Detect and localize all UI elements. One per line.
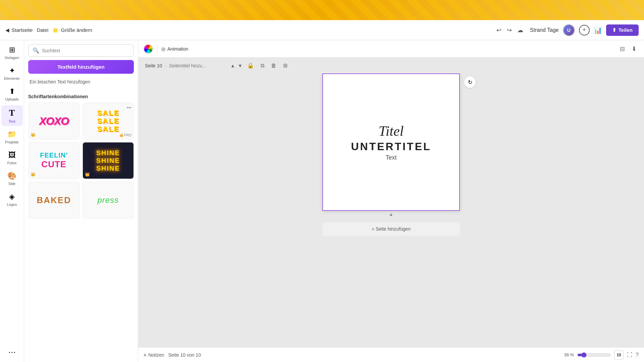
project-title: Strand Tage — [530, 27, 559, 33]
page-nav-up[interactable]: ▲ — [230, 63, 235, 68]
sidebar-label-uploads: Uploads — [5, 97, 18, 101]
page-duplicate-button[interactable]: ⧉ — [259, 61, 266, 70]
font-card-shine[interactable]: SHINE SHINE SHINE 👑 — [83, 142, 134, 179]
canvas-toolbar-right: ⊟ ⬇ — [618, 44, 639, 54]
sidebar-label-fotos: Fotos — [7, 161, 17, 165]
color-swatch[interactable] — [144, 44, 153, 54]
canvas-toolbar: ◎ Animation ⊟ ⬇ — [138, 40, 644, 58]
notes-button[interactable]: ≡ Notizen — [144, 352, 164, 358]
undo-button[interactable]: ↩ — [495, 25, 503, 35]
sidebar-item-text[interactable]: T Text — [1, 105, 23, 126]
sidebar-label-elemente: Elemente — [4, 76, 19, 80]
zoom-area: 38 % 10 ⛶ ? — [564, 350, 639, 360]
download-button[interactable]: ⬇ — [630, 44, 639, 54]
apps-icon: ⋯ — [8, 348, 16, 357]
sale-preview: SALE SALE SALE — [97, 109, 119, 133]
share-icon: ⬆ — [612, 27, 616, 33]
sidebar-item-apps[interactable]: ⋯ — [1, 345, 23, 359]
xoxo-preview: XOXO — [39, 115, 69, 127]
animation-icon: ◎ — [161, 46, 165, 52]
sidebar-item-elemente[interactable]: ✦ Elemente — [1, 64, 23, 83]
page-delete-button[interactable]: 🗑 — [269, 61, 278, 70]
header-center: ↩ ↪ ☁ — [495, 25, 525, 35]
logos-icon: ◈ — [9, 192, 15, 201]
page-nav-down[interactable]: ▼ — [238, 63, 243, 68]
fullscreen-button[interactable]: ⛶ — [627, 352, 632, 358]
resize-label: Größe ändern — [61, 27, 92, 33]
main-layout: ⊞ Vorlagen ✦ Elemente ⬆ Uploads T Text 📁… — [0, 40, 644, 362]
elements-icon: ✦ — [9, 66, 15, 75]
baked-preview: BAKED — [37, 195, 71, 205]
shine-download-icon: 👑 — [85, 172, 90, 177]
collapse-canvas-button[interactable]: ▲ — [384, 211, 398, 218]
font-card-sale[interactable]: ••• SALE SALE SALE 👑 PRO — [83, 103, 134, 139]
font-card-press[interactable]: press — [83, 182, 134, 219]
canvas-title: Titel — [379, 123, 404, 139]
header-right: Strand Tage U + 📊 ⬆ Teilen — [530, 24, 639, 36]
sidebar-item-projekte[interactable]: 📁 Projekte — [1, 127, 23, 147]
add-textfield-button[interactable]: Textfeld hinzufügen — [28, 60, 134, 74]
back-button[interactable]: ◀ Startseite — [5, 27, 33, 33]
page-number-label: Seite 10 — [145, 63, 162, 68]
sidebar-item-logos[interactable]: ◈ Logos — [1, 190, 23, 209]
font-card-feelin-cute[interactable]: FEELIN' CUTE 👑 — [28, 142, 80, 179]
share-button[interactable]: ⬆ Teilen — [606, 24, 639, 36]
sidebar-item-vorlagen[interactable]: ⊞ Vorlagen — [1, 43, 23, 62]
resize-button[interactable]: 🌟 Größe ändern — [52, 27, 92, 33]
feelin-download-icon: 👑 — [31, 172, 36, 177]
add-small-text-button[interactable]: Ein bisschen Text hinzufügen — [28, 76, 134, 87]
animation-label: Animation — [167, 46, 188, 52]
search-icon: 🔍 — [33, 47, 39, 54]
canvas-area: ◎ Animation ⊟ ⬇ Seite 10 - ▲ ▼ 🔒 ⧉ 🗑 ⊞ — [138, 40, 644, 362]
refresh-button[interactable]: ↻ — [464, 76, 476, 88]
help-button[interactable]: ? — [636, 352, 639, 358]
zoom-slider[interactable] — [577, 352, 611, 358]
share-label: Teilen — [619, 27, 633, 33]
sidebar-label-projekte: Projekte — [5, 140, 18, 144]
analytics-button[interactable]: 📊 — [594, 26, 602, 34]
sidebar-label-text: Text — [8, 119, 15, 123]
template-icon: ⊞ — [9, 46, 15, 54]
font-combinations-title: Schriftartenkombinationen — [28, 94, 134, 99]
canvas-subtitle: UNTERTITEL — [351, 140, 431, 153]
sidebar-item-stile[interactable]: 🎨 Stile — [1, 169, 23, 188]
cloud-save-button[interactable]: ☁ — [516, 25, 525, 35]
dash-separator: - — [165, 63, 166, 68]
cloud-icon: ☁ — [517, 27, 523, 34]
search-box: 🔍 — [28, 44, 134, 57]
avatar-image: U — [564, 25, 574, 36]
add-page-button[interactable]: + Seite hinzufügen — [322, 222, 460, 236]
filter-icon: ⊟ — [620, 46, 625, 52]
filter-button[interactable]: ⊟ — [618, 44, 627, 54]
canvas-text: Text — [385, 154, 396, 161]
sidebar-item-fotos[interactable]: 🖼 Fotos — [1, 148, 23, 168]
text-panel: 🔍 Textfeld hinzufügen Ein bisschen Text … — [24, 40, 138, 362]
notes-label: Notizen — [148, 352, 164, 358]
add-collaborator-button[interactable]: + — [579, 25, 590, 36]
uploads-icon: ⬆ — [9, 87, 15, 96]
avatar[interactable]: U — [563, 24, 575, 36]
font-card-baked[interactable]: BAKED — [28, 182, 80, 219]
text-icon: T — [9, 108, 15, 118]
text-panel-content: 🔍 Textfeld hinzufügen Ein bisschen Text … — [24, 40, 138, 362]
search-input[interactable] — [42, 48, 129, 53]
sidebar-label-vorlagen: Vorlagen — [5, 56, 19, 60]
styles-icon: 🎨 — [7, 172, 16, 180]
page-title-input[interactable] — [169, 63, 228, 68]
page-lock-button[interactable]: 🔒 — [245, 61, 256, 70]
redo-button[interactable]: ↪ — [505, 25, 513, 35]
status-bar: ≡ Notizen Seite 10 von 10 38 % 10 ⛶ ? — [138, 347, 644, 362]
page-add-button[interactable]: ⊞ — [281, 61, 289, 70]
page-header-row: Seite 10 - ▲ ▼ 🔒 ⧉ 🗑 ⊞ — [138, 58, 644, 73]
press-preview: press — [97, 195, 119, 205]
font-grid-2: BAKED press — [28, 182, 134, 219]
back-label: Startseite — [11, 27, 33, 33]
animation-button[interactable]: ◎ Animation — [161, 46, 188, 52]
zoom-level: 38 % — [564, 352, 574, 357]
sale-more-button[interactable]: ••• — [126, 105, 131, 110]
file-button[interactable]: Datei — [37, 27, 48, 33]
canvas-page[interactable]: Titel UNTERTITEL Text — [322, 73, 460, 211]
font-card-xoxo[interactable]: XOXO 👑 — [28, 103, 80, 139]
sidebar-item-uploads[interactable]: ⬆ Uploads — [1, 84, 23, 104]
notes-icon: ≡ — [144, 352, 146, 358]
